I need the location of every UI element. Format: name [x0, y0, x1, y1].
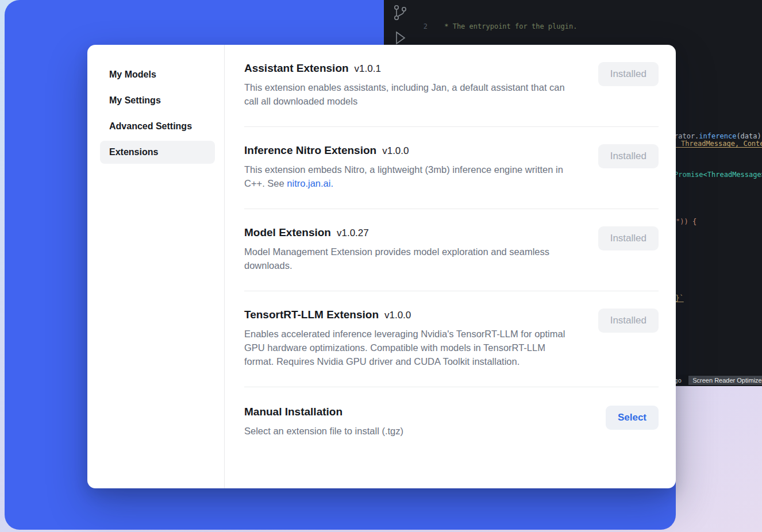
extension-row-nitro: Inference Nitro Extensionv1.0.0 This ext…: [244, 127, 659, 209]
nitro-jan-ai-link[interactable]: nitro.jan.ai.: [287, 178, 333, 188]
extensions-list: Assistant Extensionv1.0.1 This extension…: [225, 45, 676, 488]
code-text: ")) {: [676, 218, 696, 226]
sidebar-item-advanced-settings[interactable]: Advanced Settings: [100, 115, 215, 138]
extension-row-assistant: Assistant Extensionv1.0.1 This extension…: [244, 45, 659, 127]
extension-version: v1.0.1: [355, 63, 381, 74]
screen-reader-optimize-button[interactable]: Screen Reader Optimize: [688, 376, 762, 385]
sidebar-item-my-settings[interactable]: My Settings: [100, 89, 215, 112]
extension-description: Enables accelerated inference leveraging…: [244, 327, 576, 368]
installed-button[interactable]: Installed: [598, 309, 659, 333]
sidebar-item-my-models[interactable]: My Models: [100, 63, 215, 86]
code-fragment-inference: rator.inference(data));: [674, 132, 762, 140]
extension-title: TensortRT-LLM Extension: [244, 309, 379, 321]
code-fragment-promise: Promise<ThreadMessage>: [674, 171, 762, 179]
code-text: rator.: [674, 132, 699, 140]
extension-info: TensortRT-LLM Extensionv1.0.0 Enables ac…: [244, 309, 576, 368]
extension-description: Model Management Extension provides mode…: [244, 245, 576, 272]
extension-version: v1.0.27: [337, 228, 369, 238]
select-file-button[interactable]: Select: [606, 406, 659, 430]
code-text: (data));: [736, 132, 762, 140]
extension-description: This extension enables assistants, inclu…: [244, 80, 576, 108]
installed-button[interactable]: Installed: [598, 226, 659, 250]
extension-heading: Model Extensionv1.0.27: [244, 226, 576, 239]
extension-heading: Assistant Extensionv1.0.1: [244, 62, 576, 75]
extension-row-model: Model Extensionv1.0.27 Model Management …: [244, 209, 659, 291]
extension-info: Assistant Extensionv1.0.1 This extension…: [244, 62, 576, 108]
extension-version: v1.0.0: [384, 310, 411, 321]
code-text: <ThreadMessage>: [703, 171, 762, 179]
extension-info: Inference Nitro Extensionv1.0.0 This ext…: [244, 144, 576, 190]
code-text: Promise: [674, 171, 703, 179]
code-fragment-string: ")) {: [676, 218, 696, 226]
extension-title: Model Extension: [244, 226, 331, 238]
extension-title: Assistant Extension: [244, 62, 349, 74]
extension-title: Inference Nitro Extension: [244, 144, 376, 156]
code-line: 2 * The entrypoint for the plugin.: [420, 22, 762, 32]
extension-info: Manual Installation Select an extension …: [244, 406, 576, 438]
extension-info: Model Extensionv1.0.27 Model Management …: [244, 226, 576, 272]
settings-card: My Models My Settings Advanced Settings …: [87, 45, 676, 488]
extension-version: v1.0.0: [382, 145, 409, 156]
code-text: inference: [699, 132, 736, 140]
manual-installation-row: Manual Installation Select an extension …: [244, 387, 659, 438]
extension-description: This extension embeds Nitro, a lightweig…: [244, 163, 576, 190]
manual-installation-description: Select an extension file to install (.tg…: [244, 424, 576, 438]
line-number: 2: [420, 22, 428, 32]
extension-heading: TensortRT-LLM Extensionv1.0.0: [244, 309, 576, 321]
git-branch-icon[interactable]: [391, 3, 409, 22]
manual-installation-title: Manual Installation: [244, 406, 576, 418]
installed-button[interactable]: Installed: [598, 144, 659, 168]
settings-sidebar: My Models My Settings Advanced Settings …: [87, 45, 224, 488]
installed-button[interactable]: Installed: [598, 62, 659, 86]
extension-heading: Inference Nitro Extensionv1.0.0: [244, 144, 576, 157]
code-comment: * The entrypoint for the plugin.: [440, 22, 577, 32]
sidebar-item-extensions[interactable]: Extensions: [100, 141, 215, 164]
extension-row-tensorrt: TensortRT-LLM Extensionv1.0.0 Enables ac…: [244, 291, 659, 387]
